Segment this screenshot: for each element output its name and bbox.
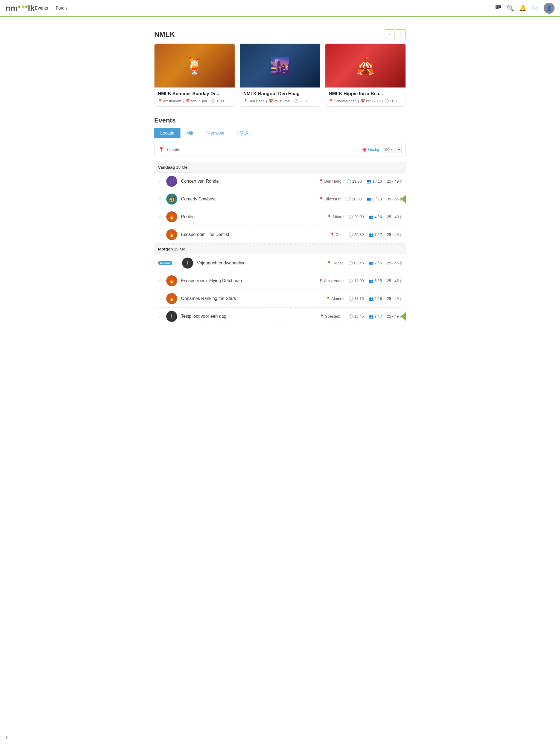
clock-icon: 🕒	[211, 99, 215, 103]
time-icon: 🕐	[347, 197, 351, 201]
event-avatar: 🔥	[166, 293, 177, 304]
avatar[interactable]: 👤	[543, 3, 555, 14]
green-triangle-indicator	[401, 195, 406, 203]
event-row[interactable]: ☆ 🤠 Comedy Cowboys 📍Hilversum 🕐20:00 👥9 …	[154, 190, 406, 208]
event-name: Testpiloot voor een dag	[181, 314, 320, 319]
radius-select[interactable]: 50 k 10 k 25 k 100 k	[382, 146, 402, 153]
star-icon[interactable]: ☆	[158, 232, 163, 238]
event-meta: 📍Den Haag 🕐19:30 👥1 / 10 25 - 49 jr	[319, 179, 402, 183]
nmlk-cards: 🍹 NMLK Summer Sunday Dr... 📍Amsterdam | …	[154, 44, 406, 107]
nav-events[interactable]: Events	[35, 6, 48, 11]
event-row[interactable]: Nieuw! ☆ 🚶 Vrijdagochtendwandeling 📍Heez…	[154, 254, 406, 272]
event-name: Escape room: Flying Dutchman	[181, 278, 318, 283]
huidig-button[interactable]: 🎯 Huidig	[362, 147, 379, 152]
card-3-meta: 📍Scheveningen | 📅zat 22 jul | 🕒21:00	[329, 99, 402, 103]
clock-icon-3: 🕒	[384, 99, 389, 103]
search-bar: 📍 🎯 Huidig 50 k 10 k 25 k 100 k	[154, 143, 406, 156]
location-icon-3: 📍	[329, 99, 333, 103]
loc-icon: 📍	[318, 279, 323, 283]
persons-icon: 👥	[367, 197, 371, 201]
time-icon: 🕐	[348, 232, 353, 237]
persons-icon: 👥	[369, 232, 374, 237]
nmlk-card-3[interactable]: 🎪 NMLK Hippie Ibiza Bea... 📍Scheveningen…	[325, 44, 406, 107]
event-meta: 📍Almere 🕐13:15 👥2 / 6 25 - 49 jr	[326, 297, 402, 301]
event-meta: 📍Hilversum 🕐20:00 👥9 / 10 35 - 55 jr	[319, 197, 402, 201]
event-row[interactable]: ☆ 🔥 Escaperoom The Dentist 📍Delft 🕐20:30…	[154, 226, 406, 243]
tab-mijn[interactable]: Mijn	[180, 128, 200, 138]
nmlk-title: NMLK	[154, 30, 175, 38]
calendar-icon: 📅	[185, 99, 190, 103]
card-2-title: NMLK Hangout Den Haag	[244, 91, 317, 97]
loc-icon: 📍	[319, 197, 323, 201]
logo-lk: lk	[28, 4, 35, 13]
logo-dot-2	[22, 5, 24, 8]
calendar-icon-3: 📅	[361, 99, 365, 103]
day-header-vandaag: Vandaag 18 Mei	[154, 162, 406, 173]
event-row[interactable]: ☆ 🔥 Escape room: Flying Dutchman 📍Amster…	[154, 272, 406, 290]
star-icon[interactable]: ☆	[158, 178, 163, 184]
time-icon: 🕐	[347, 179, 351, 183]
persons-icon: 👥	[369, 261, 374, 265]
clock-icon-2: 🕒	[294, 99, 299, 103]
day-groups: Vandaag 18 Mei ☆ 🎵 Concert van Ronde 📍De…	[154, 162, 406, 325]
persons-icon: 👥	[367, 179, 371, 183]
logo[interactable]: nm lk	[5, 4, 35, 13]
search-icon[interactable]: 🔍	[507, 5, 514, 12]
event-row[interactable]: ☆ 🎵 Concert van Ronde 📍Den Haag 🕐19:30 👥…	[154, 173, 406, 190]
target-icon: 🎯	[362, 147, 367, 152]
event-row[interactable]: ☆ 🚶 Testpiloot voor een dag 📍Soesterb...…	[154, 308, 406, 325]
logo-dot-1	[18, 5, 21, 8]
star-icon[interactable]: ☆	[158, 196, 163, 202]
main-nav: Events Foto's	[35, 6, 68, 11]
event-avatar: 🤠	[166, 194, 177, 205]
nav-fotos[interactable]: Foto's	[56, 6, 68, 11]
event-avatar: 🎵	[166, 176, 177, 187]
event-avatar: 🔥	[166, 229, 177, 240]
event-meta: 📍Amsterdam 🕐13:00 👥5 / 5 25 - 45 jr	[318, 279, 402, 283]
mail-icon[interactable]: ✉️	[531, 5, 539, 12]
bell-icon[interactable]: 🔔	[519, 5, 526, 12]
green-triangle-indicator	[401, 312, 406, 321]
nmlk-card-2[interactable]: 🌆 NMLK Hangout Den Haag 📍Den Haag | 📅vri…	[240, 44, 321, 107]
nmlk-card-1[interactable]: 🍹 NMLK Summer Sunday Dr... 📍Amsterdam | …	[154, 44, 235, 107]
location-icon-2: 📍	[244, 99, 248, 103]
time-icon: 🕐	[348, 215, 353, 219]
time-icon: 🕐	[348, 261, 353, 265]
event-meta: 📍Heeze 🕐09:45 👥2 / 5 25 - 45 jr	[327, 261, 402, 265]
star-icon[interactable]: ☆	[158, 214, 163, 220]
persons-icon: 👥	[369, 297, 374, 301]
new-badge: Nieuw!	[158, 261, 172, 265]
loc-icon: 📍	[326, 297, 330, 301]
time-icon: 🕐	[348, 279, 353, 283]
card-3-title: NMLK Hippie Ibiza Bea...	[329, 91, 402, 97]
time-icon: 🕐	[348, 314, 353, 318]
star-icon[interactable]: ☆	[174, 260, 179, 266]
search-right: 🎯 Huidig 50 k 10 k 25 k 100 k	[362, 146, 402, 153]
persons-icon: 👥	[369, 279, 374, 283]
search-input[interactable]	[167, 147, 362, 152]
tab-nmlk[interactable]: NMLK	[230, 128, 255, 138]
logo-dot-3	[25, 5, 28, 8]
tab-locatie[interactable]: Locatie	[154, 128, 180, 138]
day-group-vandaag: Vandaag 18 Mei ☆ 🎵 Concert van Ronde 📍De…	[154, 162, 406, 243]
event-avatar: 🔥	[166, 211, 177, 222]
nmlk-section-header: NMLK ‹ ›	[154, 29, 406, 39]
card-1-meta: 📍Amsterdam | 📅zon 25 jun | 🕒15:00	[158, 99, 231, 103]
event-name: Vrijdagochtendwandeling	[197, 261, 327, 265]
event-name: Escaperoom The Dentist	[181, 232, 330, 237]
tab-nieuwste[interactable]: Nieuwste	[200, 128, 230, 138]
flag-icon[interactable]: 🏴	[494, 5, 502, 12]
header-icons: 🏴 🔍 🔔 ✉️ 👤	[494, 3, 555, 14]
prev-arrow[interactable]: ‹	[385, 29, 395, 39]
event-avatar: 🚶	[166, 311, 177, 322]
loc-icon: 📍	[320, 314, 324, 318]
star-icon[interactable]: ☆	[158, 278, 163, 284]
star-icon[interactable]: ☆	[158, 313, 163, 319]
event-name: Comedy Cowboys	[181, 197, 319, 202]
event-row[interactable]: ☆ 🔥 Poolen 📍Sittard 🕐20:00 👥4 / 6 25 - 4…	[154, 208, 406, 226]
event-meta: 📍Delft 🕐20:30 👥7 / 7 25 - 49 jr	[330, 232, 402, 237]
event-row[interactable]: ☆ 🔥 Opnames Ranking the Stars 📍Almere 🕐1…	[154, 290, 406, 308]
event-name: Concert van Ronde	[181, 179, 319, 184]
next-arrow[interactable]: ›	[396, 29, 406, 39]
star-icon[interactable]: ☆	[158, 295, 163, 302]
